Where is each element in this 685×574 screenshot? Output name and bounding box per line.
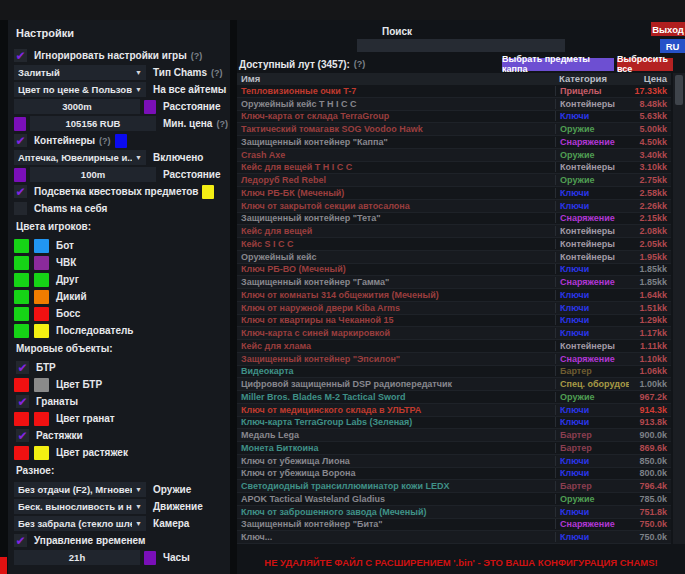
table-row[interactable]: Ключ от заброшенного завода (Меченый)Клю… — [237, 506, 671, 519]
table-row[interactable]: Кейс S I C CКонтейнеры2.05kk — [237, 238, 671, 251]
table-row[interactable]: Защищенный контейнер "Каппа"Снаряжение4.… — [237, 136, 671, 149]
table-row[interactable]: Медаль LegaБартер900.0k — [237, 429, 671, 442]
player-color-swatch-2[interactable] — [34, 324, 49, 338]
btr-checkbox[interactable]: ✔ — [16, 361, 29, 374]
table-row[interactable]: Монета БиткоинаБартер869.6k — [237, 442, 671, 455]
table-row[interactable]: Ключ от квартиры на Чеканной 15Ключи1.29… — [237, 315, 671, 328]
scrollbar[interactable] — [673, 73, 685, 544]
item-price: 914.3k — [629, 405, 671, 415]
table-row[interactable]: Ключ-карта от склада TerraGroupКлючи5.63… — [237, 111, 671, 124]
table-row[interactable]: Ключ от наружной двери Kiba ArmsКлючи1.5… — [237, 302, 671, 315]
ignore-game-settings-checkbox[interactable]: ✔ — [14, 49, 27, 62]
player-color-swatch-1[interactable] — [14, 307, 29, 321]
select-kappa-button[interactable]: Выбрать предметы каппа — [502, 58, 614, 71]
table-row[interactable]: Кейс для хламаКонтейнеры1.11kk — [237, 340, 671, 353]
table-row[interactable]: Защищенный контейнер "Бита"Снаряжение750… — [237, 519, 671, 532]
table-row[interactable]: Защищенный контейнер "Эпсилон"Снаряжение… — [237, 353, 671, 366]
grenades-checkbox[interactable]: ✔ — [16, 395, 29, 408]
player-color-swatch-2[interactable] — [34, 239, 49, 253]
hours-color-swatch[interactable] — [144, 551, 156, 565]
player-color-swatch-1[interactable] — [14, 290, 29, 304]
table-row[interactable]: Ключ от комнаты 314 общежития (Меченый)К… — [237, 289, 671, 302]
table-row[interactable]: Светодиодный трансиллюминатор кожи LEDXБ… — [237, 480, 671, 493]
quest-highlight-checkbox[interactable]: ✔ — [14, 185, 27, 198]
item-name: Кейс для вещей T H I C C — [237, 162, 555, 172]
table-row[interactable]: APOK Tactical Wasteland GladiusОружие785… — [237, 493, 671, 506]
color-mode-dropdown[interactable]: Цвет по цене & Пользователь ▼ — [14, 82, 146, 97]
min-price-color-swatch[interactable] — [14, 117, 26, 131]
table-row[interactable]: Ключ от закрытой секции автосалонаКлючи2… — [237, 200, 671, 213]
player-color-swatch-1[interactable] — [14, 256, 29, 270]
table-row[interactable]: Тепловизионные очки T-7Прицелы17.33kk — [237, 85, 671, 98]
container-distance-color-swatch[interactable] — [14, 168, 26, 182]
btr-color-swatch-1[interactable] — [14, 378, 29, 392]
player-color-swatch-2[interactable] — [34, 290, 49, 304]
table-row[interactable]: Ключ-карта TerraGroup Labs (Зеленая)Ключ… — [237, 417, 671, 430]
grenade-color-swatch-1[interactable] — [14, 412, 29, 426]
table-row[interactable]: Ключ от медицинского склада в УЛЬТРАКлюч… — [237, 404, 671, 417]
item-price: 1.06kk — [629, 366, 671, 376]
language-button[interactable]: RU — [660, 39, 685, 53]
help-icon[interactable]: (?) — [216, 119, 228, 129]
containers-checkbox[interactable]: ✔ — [14, 134, 27, 147]
item-category: Ключи — [555, 507, 629, 517]
tripwire-color-swatch-2[interactable] — [34, 446, 49, 460]
help-icon[interactable]: (?) — [211, 68, 223, 78]
table-row[interactable]: Защищенный контейнер "Тета"Снаряжение2.1… — [237, 213, 671, 226]
help-icon[interactable]: (?) — [191, 51, 203, 61]
btr-color-swatch-2[interactable] — [34, 378, 49, 392]
player-color-swatch-2[interactable] — [34, 256, 49, 270]
time-control-checkbox[interactable]: ✔ — [14, 534, 27, 547]
player-color-swatch-1[interactable] — [14, 273, 29, 287]
quest-highlight-color-swatch[interactable] — [202, 185, 214, 199]
movement-dropdown[interactable]: Беск. выносливость и нет уста ▼ — [14, 499, 146, 514]
help-icon[interactable]: (?) — [354, 59, 366, 69]
player-color-swatch-2[interactable] — [34, 273, 49, 287]
table-row[interactable]: Кейс для вещейКонтейнеры2.08kk — [237, 225, 671, 238]
tripwire-color-swatch-1[interactable] — [14, 446, 29, 460]
table-row[interactable]: Miller Bros. Blades M-2 Tactical SwordОр… — [237, 391, 671, 404]
table-row[interactable]: Защищенный контейнер "Гамма"Снаряжение1.… — [237, 276, 671, 289]
distance-color-swatch[interactable] — [144, 100, 156, 114]
help-icon[interactable]: (?) — [99, 136, 111, 146]
min-price-input[interactable]: 105156 RUB — [30, 116, 156, 131]
table-row[interactable]: Ключ РБ-ВО (Меченый)Ключи1.85kk — [237, 264, 671, 277]
column-header-price[interactable]: Цена — [629, 73, 671, 85]
container-types-label: Включено — [153, 152, 203, 163]
table-row[interactable]: Тактический томагавк SOG Voodoo HawkОруж… — [237, 123, 671, 136]
color-mode-row: Цвет по цене & Пользователь ▼ На все айт… — [14, 82, 224, 97]
exit-button[interactable]: Выход — [651, 22, 685, 36]
table-row[interactable]: Ключ РБ-БК (Меченый)Ключи2.58kk — [237, 187, 671, 200]
chams-type-dropdown[interactable]: Залитый ▼ — [14, 65, 146, 80]
table-row[interactable]: Ключ от убежища ВоронаКлючи800.0k — [237, 468, 671, 481]
table-row[interactable]: Цифровой защищенный DSP радиопередатчикС… — [237, 378, 671, 391]
player-color-swatch-1[interactable] — [14, 324, 29, 338]
table-row[interactable]: ВидеокартаБартер1.06kk — [237, 366, 671, 379]
search-input[interactable] — [357, 39, 565, 52]
player-color-swatch-2[interactable] — [34, 307, 49, 321]
container-types-dropdown[interactable]: Аптечка, Ювелирные и... ▼ — [14, 150, 146, 165]
table-row[interactable]: Кейс для вещей T H I C CКонтейнеры3.10kk — [237, 162, 671, 175]
camera-dropdown[interactable]: Без забрала (стекло шлема) ▼ — [14, 516, 146, 531]
table-row[interactable]: Оружейный кейсКонтейнеры1.95kk — [237, 251, 671, 264]
containers-color-swatch[interactable] — [115, 134, 127, 148]
table-row[interactable]: Ключ...Ключи750.0k — [237, 531, 671, 544]
player-color-swatch-1[interactable] — [14, 239, 29, 253]
chevron-down-icon: ▼ — [135, 69, 142, 76]
container-distance-input[interactable]: 100m — [30, 167, 156, 182]
distance-input[interactable]: 3000m — [14, 99, 140, 114]
table-row[interactable]: Ключ-карта с синей маркировкойКлючи1.17k… — [237, 327, 671, 340]
column-header-category[interactable]: Категория — [555, 73, 629, 85]
weapon-dropdown[interactable]: Без отдачи (F2), Мгновенное п ▼ — [14, 482, 146, 497]
table-row[interactable]: Crash AxeОружие3.40kk — [237, 149, 671, 162]
scrollbar-thumb[interactable] — [675, 75, 683, 105]
drop-all-button[interactable]: Выбросить все — [617, 58, 673, 71]
grenade-color-swatch-2[interactable] — [34, 412, 49, 426]
column-header-name[interactable]: Имя — [237, 73, 555, 85]
table-row[interactable]: Оружейный кейс T H I C CКонтейнеры8.48kk — [237, 98, 671, 111]
table-row[interactable]: Ледоруб Red RebelОружие2.75kk — [237, 174, 671, 187]
chams-self-checkbox[interactable] — [14, 202, 27, 215]
tripwires-checkbox[interactable]: ✔ — [16, 429, 29, 442]
hours-input[interactable]: 21h — [14, 550, 140, 565]
table-row[interactable]: Ключ от убежища ЛионаКлючи850.0k — [237, 455, 671, 468]
